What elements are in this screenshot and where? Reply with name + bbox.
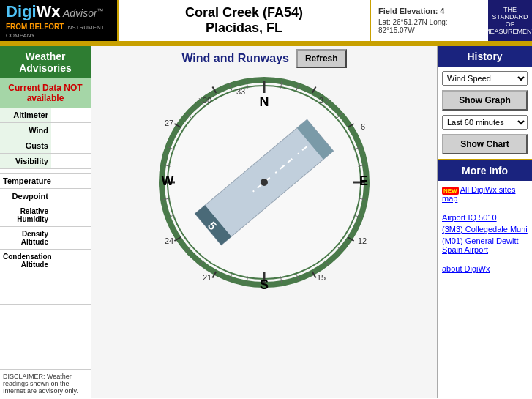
svg-point-58: [261, 179, 268, 186]
station-name: Coral Creek (FA54): [185, 5, 303, 20]
field-area: Field Elevation: 4 Lat: 26°51.27N Long: …: [371, 0, 488, 41]
compass-container: N 3 6 E 12 15 S 21: [154, 72, 374, 292]
svg-text:27: 27: [165, 119, 173, 127]
visibility-row: Visibility: [0, 154, 91, 169]
humidity-row: Relative Humidity: [0, 204, 91, 227]
standard-line2: STANDARD: [492, 13, 528, 20]
humidity-label: Relative Humidity: [0, 204, 51, 226]
lat-long: Lat: 26°51.27N Long: 82°15.07W: [378, 18, 481, 34]
visibility-label: Visibility: [0, 154, 51, 168]
logo-belfort: FROM BELFORT INSTRUMENT COMPANY: [6, 23, 111, 39]
svg-text:33: 33: [236, 87, 245, 96]
logo-area: DigiWx Advisor™ FROM BELFORT INSTRUMENT …: [0, 0, 117, 41]
more-info-content: NEWAll DigiWx sites map Airport IQ 5010 …: [438, 181, 532, 277]
svg-text:W: W: [162, 174, 174, 188]
all-sites-row: NEWAll DigiWx sites map: [442, 185, 528, 203]
condensation-label: Condensation Altitude: [0, 250, 51, 272]
standard-area: THE STANDARD OF MEASUREMENT: [488, 0, 532, 41]
current-data-status: Current Data NOT available: [0, 78, 91, 108]
condensation-row: Condensation Altitude: [0, 250, 91, 272]
svg-text:3: 3: [319, 96, 323, 105]
svg-text:S: S: [260, 277, 269, 292]
svg-text:15: 15: [317, 273, 326, 282]
dewpoint-row: Dewpoint: [0, 189, 91, 204]
gusts-value: [51, 138, 91, 153]
field-elevation: Field Elevation: 4: [378, 7, 481, 15]
wind-label: Wind: [0, 123, 51, 138]
airport-iq-link[interactable]: Airport IQ 5010: [442, 213, 528, 222]
history-header: History: [438, 46, 532, 67]
svg-text:24: 24: [165, 236, 173, 245]
collegedale-link[interactable]: (3M3) Collegedale Muni: [442, 225, 528, 234]
svg-text:E: E: [359, 174, 368, 188]
density-alt-row: Density Altitude: [0, 227, 91, 250]
center-panel: Wind and Runways Refresh N 3: [91, 46, 437, 398]
wind-value: [51, 123, 91, 138]
altimeter-row: Altimeter: [0, 108, 91, 123]
svg-text:21: 21: [203, 273, 211, 282]
wind-speed-dropdown[interactable]: Wind Speed Wind Direction Temperature De…: [442, 71, 528, 86]
dewpoint-label: Dewpoint: [0, 189, 51, 204]
temperature-label: Temperature: [0, 174, 51, 188]
more-info-header: More Info: [438, 160, 532, 181]
main-layout: Weather Advisories Current Data NOT avai…: [0, 46, 532, 398]
show-chart-button[interactable]: Show Chart: [442, 134, 528, 154]
svg-text:30: 30: [203, 96, 211, 105]
wind-title: Wind and Runways: [181, 52, 289, 65]
temperature-value: [51, 174, 91, 188]
altimeter-label: Altimeter: [0, 108, 51, 122]
time-range-dropdown[interactable]: Last 60 minutes Last 3 hours Last 6 hour…: [442, 115, 528, 130]
right-panel: History Wind Speed Wind Direction Temper…: [437, 46, 532, 398]
wind-row: Wind: [0, 123, 91, 138]
disclaimer: DISCLAIMER: Weather readings shown on th…: [0, 369, 91, 398]
dewitt-link[interactable]: (M01) General Dewitt Spain Airport: [442, 236, 528, 254]
humidity-value: [51, 204, 91, 226]
station-location: Placidas, FL: [206, 20, 282, 36]
gusts-row: Gusts: [0, 138, 91, 154]
sidebar-header: Weather Advisories: [0, 46, 91, 78]
show-graph-button[interactable]: Show Graph: [442, 90, 528, 111]
logo-text: DigiWx Advisor™: [6, 2, 111, 21]
gusts-label: Gusts: [0, 138, 51, 153]
sidebar: Weather Advisories Current Data NOT avai…: [0, 46, 91, 398]
condensation-value: [51, 250, 91, 272]
temperature-row: Temperature: [0, 174, 91, 189]
svg-text:6: 6: [361, 122, 365, 131]
about-digiwx-link[interactable]: about DigiWx: [442, 264, 528, 273]
dewpoint-value: [51, 189, 91, 204]
visibility-value: [51, 154, 91, 168]
wind-header: Wind and Runways Refresh: [94, 49, 434, 68]
header: DigiWx Advisor™ FROM BELFORT INSTRUMENT …: [0, 0, 532, 42]
refresh-button[interactable]: Refresh: [296, 49, 347, 68]
density-alt-value: [51, 227, 91, 249]
svg-text:12: 12: [358, 236, 367, 245]
standard-line4: MEASUREMENT: [484, 28, 532, 35]
history-content: Wind Speed Wind Direction Temperature De…: [438, 67, 532, 160]
standard-line3: OF: [506, 20, 515, 28]
density-alt-label: Density Altitude: [0, 227, 51, 249]
spacer: [442, 206, 528, 210]
altimeter-value: [51, 108, 91, 122]
station-area: Coral Creek (FA54) Placidas, FL: [117, 0, 371, 41]
standard-line1: THE: [503, 6, 517, 13]
svg-text:N: N: [260, 94, 269, 109]
